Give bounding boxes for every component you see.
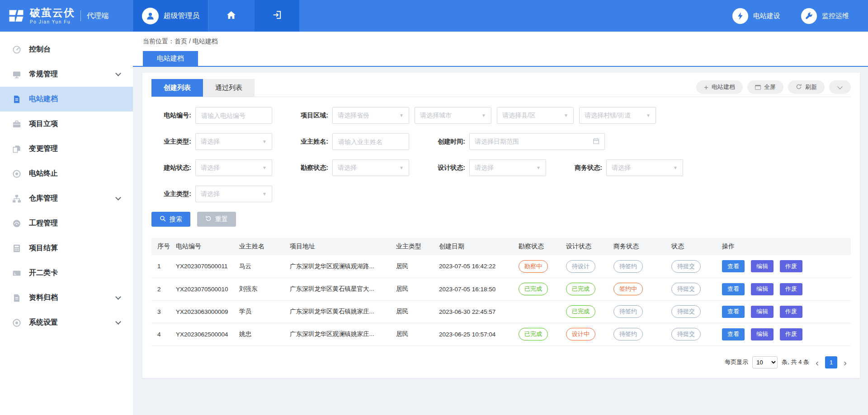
column-header: 创建日期 <box>435 238 515 255</box>
cell-owner-type: 居民 <box>392 323 435 345</box>
fullscreen-button[interactable]: 全屏 <box>747 80 783 94</box>
void-button[interactable]: 作废 <box>780 328 802 340</box>
page-tab-station-archive[interactable]: 电站建档 <box>143 51 198 66</box>
user-menu[interactable]: 超级管理员 <box>133 0 208 32</box>
column-header: 设计状态 <box>562 238 610 255</box>
breadcrumb-home[interactable]: 首页 <box>175 37 187 45</box>
sidebar-item-engineering-mgmt[interactable]: 工程管理 <box>0 211 133 236</box>
station-code-label: 电站编号: <box>151 112 191 120</box>
breadcrumb: 当前位置：首页 / 电站建档 <box>133 32 868 51</box>
void-button[interactable]: 作废 <box>780 283 802 295</box>
sidebar-item-project-settlement[interactable]: 项目结算 <box>0 236 133 261</box>
survey-status-badge: 勘察中 <box>519 260 548 273</box>
station-code-input[interactable] <box>195 107 272 124</box>
page-size-prefix: 每页显示 <box>725 358 748 366</box>
owner-name-input[interactable] <box>332 133 409 150</box>
monitor-icon <box>12 70 21 79</box>
province-select[interactable]: 请选择省份▼ <box>332 107 409 124</box>
reset-button[interactable]: 重置 <box>197 212 236 227</box>
lightning-icon <box>732 8 748 24</box>
pagination: 每页显示 10 条, 共 4 条 ‹ 1 › <box>151 346 851 368</box>
column-header: 业主姓名 <box>236 238 286 255</box>
caret-down-icon: ▼ <box>646 113 651 118</box>
add-station-button[interactable]: + 电站建档 <box>696 80 743 94</box>
logout-button[interactable] <box>254 0 299 32</box>
caret-down-icon: ▼ <box>262 165 267 170</box>
survey-status-badge: 已完成 <box>519 328 548 340</box>
app-root: 破茧云伏 Po Jian Yun Fu 代理端 超级管理员 电站建设 监控运维 <box>0 0 868 415</box>
status-badge: 待提交 <box>671 328 701 340</box>
owner-type-select[interactable]: 请选择▼ <box>195 133 272 150</box>
view-button[interactable]: 查看 <box>722 260 745 272</box>
portal-label: 代理端 <box>80 10 108 21</box>
sidebar-item-label: 项目结算 <box>29 243 58 253</box>
search-icon <box>160 215 166 223</box>
sidebar-item-general-mgmt[interactable]: 常规管理 <box>0 62 133 87</box>
owner-name-label: 业主姓名: <box>288 138 328 146</box>
design-status-label: 设计状态: <box>425 164 465 172</box>
create-time-label: 创建时间: <box>425 138 465 146</box>
view-button[interactable]: 查看 <box>722 328 745 340</box>
view-button[interactable]: 查看 <box>722 306 745 318</box>
nav-station-build[interactable]: 电站建设 <box>732 8 780 24</box>
edit-button[interactable]: 编辑 <box>751 306 774 318</box>
design-status-badge: 已完成 <box>566 283 595 295</box>
caret-down-icon: ▼ <box>399 165 404 170</box>
cell-actions: 查看编辑作废 <box>718 278 851 300</box>
cell-station-code: YX2023063000009 <box>172 300 236 323</box>
cell-index: 2 <box>151 278 172 300</box>
sidebar-item-station-terminate[interactable]: 电站终止 <box>0 161 133 186</box>
sidebar-item-second-card[interactable]: 开二类卡 <box>0 261 133 285</box>
design-status-select[interactable]: 请选择▼ <box>469 159 546 176</box>
cell-created-date: 2023-06-30 22:45:57 <box>435 300 515 323</box>
station-list-card: 创建列表 通过列表 + 电站建档 全屏 <box>142 73 860 378</box>
tab-passed-list[interactable]: 通过列表 <box>203 79 255 97</box>
town-select[interactable]: 请选择村镇/街道▼ <box>579 107 656 124</box>
edit-button[interactable]: 编辑 <box>751 283 774 295</box>
home-button[interactable] <box>208 0 254 32</box>
business-status-select[interactable]: 请选择▼ <box>606 159 683 176</box>
archive-icon <box>12 294 21 303</box>
sidebar-item-label: 项目立项 <box>29 119 58 129</box>
sidebar-item-label: 系统设置 <box>29 318 58 327</box>
refresh-button[interactable]: 刷新 <box>788 80 825 94</box>
sidebar-item-change-mgmt[interactable]: 变更管理 <box>0 136 133 161</box>
sidebar-item-system-settings[interactable]: 系统设置 <box>0 310 133 335</box>
edit-button[interactable]: 编辑 <box>751 260 774 272</box>
logo[interactable]: 破茧云伏 Po Jian Yun Fu 代理端 <box>0 0 133 32</box>
next-page-button[interactable]: › <box>841 358 849 367</box>
current-page[interactable]: 1 <box>825 356 837 368</box>
county-select[interactable]: 请选择县/区▼ <box>497 107 574 124</box>
column-header: 商务状态 <box>610 238 668 255</box>
cell-owner-name: 马云 <box>236 255 286 278</box>
sidebar-item-label: 资料归档 <box>29 293 58 303</box>
page-size-select[interactable]: 10 <box>752 356 778 368</box>
sidebar-item-project-approval[interactable]: 项目立项 <box>0 112 133 136</box>
table-row: 4YX2023062500004姚忠广东深圳龙华区观澜镇姚家庄...居民2023… <box>151 323 851 345</box>
sidebar-item-console[interactable]: 控制台 <box>0 37 133 62</box>
table-row: 2YX2023070500010刘强东广东深圳龙华区黄石镇星官大...居民202… <box>151 278 851 300</box>
date-range-input[interactable]: 请选择日期范围 <box>469 133 605 150</box>
sidebar-item-data-archive[interactable]: 资料归档 <box>0 285 133 310</box>
view-button[interactable]: 查看 <box>722 283 745 295</box>
void-button[interactable]: 作废 <box>780 306 802 318</box>
cell-created-date: 2023-07-05 16:18:50 <box>435 278 515 300</box>
sidebar-item-station-archive[interactable]: 电站建档 <box>0 87 133 112</box>
edit-button[interactable]: 编辑 <box>751 328 774 340</box>
chevron-down-icon <box>115 70 121 76</box>
city-select[interactable]: 请选择城市▼ <box>415 107 491 124</box>
void-button[interactable]: 作废 <box>780 260 802 272</box>
owner-type2-select[interactable]: 请选择▼ <box>195 186 272 202</box>
search-button[interactable]: 搜索 <box>151 212 190 227</box>
nav-monitor-ops[interactable]: 监控运维 <box>801 8 849 24</box>
sidebar-item-warehouse-mgmt[interactable]: 仓库管理 <box>0 186 133 211</box>
build-status-select[interactable]: 请选择▼ <box>195 159 272 176</box>
collapse-button[interactable] <box>829 80 851 94</box>
cell-created-date: 2023-07-05 16:42:22 <box>435 255 515 278</box>
status-badge: 待提交 <box>671 260 701 273</box>
survey-status-select[interactable]: 请选择▼ <box>332 159 409 176</box>
sidebar: 控制台常规管理电站建档项目立项变更管理电站终止仓库管理工程管理项目结算开二类卡资… <box>0 32 133 415</box>
sidebar-item-label: 电站建档 <box>29 94 58 104</box>
tab-create-list[interactable]: 创建列表 <box>151 79 203 97</box>
prev-page-button[interactable]: ‹ <box>813 358 821 367</box>
